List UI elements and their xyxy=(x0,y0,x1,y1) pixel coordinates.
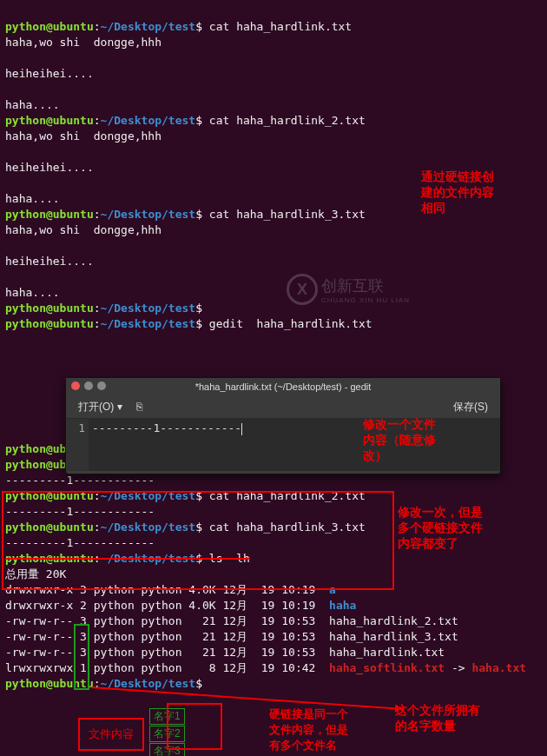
cmd: gedit haha_hardlink.txt xyxy=(209,317,372,330)
ls-row: drwxrwxr-x 3 python python 4.0K 12月 19 1… xyxy=(5,583,336,596)
annotation: 修改一个文件内容（随意修改） xyxy=(363,416,436,463)
new-tab-icon[interactable]: ⎘ xyxy=(129,399,149,414)
editor-content[interactable]: ---------1------------ xyxy=(89,419,500,471)
output-line: heiheihei.... xyxy=(5,161,94,174)
prompt: python@ubuntu:~/Desktop/test$ xyxy=(5,208,202,221)
diagram-cell: 名字3 xyxy=(149,743,185,756)
line-number: 1 xyxy=(66,419,89,471)
ls-row: lrwxrwxrwx 1 python python 8 12月 19 10:4… xyxy=(5,661,526,674)
diagram-cell: 名字1 xyxy=(149,708,185,725)
cmd: cat haha_hardlink_2.txt xyxy=(209,489,366,502)
gedit-toolbar: 打开(O) ▾ ⎘ 保存(S) xyxy=(66,395,500,419)
gedit-titlebar[interactable]: *haha_hardlink.txt (~/Desktop/test) - ge… xyxy=(66,378,500,395)
annotation: 这个文件所拥有的名字数量 xyxy=(395,702,480,733)
ls-row: -rw-rw-r-- 3 python python 21 12月 19 10:… xyxy=(5,646,445,659)
annotation: 硬链接是同一个文件内容，但是有多个文件名 xyxy=(269,706,348,753)
output-line: ---------1------------ xyxy=(5,474,155,487)
strikethrough-line: python@ubuntu:~/Desktop/test$ ls lh xyxy=(5,552,250,565)
ls-total: 总用量 20K xyxy=(5,567,66,580)
output-line: haha.... xyxy=(5,286,60,299)
gedit-title: *haha_hardlink.txt (~/Desktop/test) - ge… xyxy=(195,381,372,392)
save-button[interactable]: 保存(S) xyxy=(446,398,495,416)
prompt: python@ubuntu:~/Desktop/test$ xyxy=(5,302,202,315)
output-line: haha,wo shi dongge,hhh xyxy=(5,129,161,143)
prompt: python@ubuntu:~/Desktop/test$ xyxy=(5,20,202,33)
ls-row: -rw-rw-r-- 3 python python 21 12月 19 10:… xyxy=(5,614,458,627)
output-line: ---------1------------ xyxy=(5,505,155,518)
ls-row: drwxrwxr-x 2 python python 4.0K 12月 19 1… xyxy=(5,599,356,612)
annotation: 修改一次，但是多个硬链接文件内容都变了 xyxy=(398,504,483,551)
open-button[interactable]: 打开(O) ▾ xyxy=(71,398,129,416)
watermark-icon: X xyxy=(287,274,318,305)
output-line: haha,wo shi dongge,hhh xyxy=(5,36,161,49)
output-line: haha.... xyxy=(5,98,60,111)
annotation: 通过硬链接创建的文件内容相同 xyxy=(421,169,494,216)
output-line: ---------1------------ xyxy=(5,536,155,549)
output-line: haha,wo shi dongge,hhh xyxy=(5,223,161,236)
text-cursor-icon xyxy=(241,423,242,435)
ls-row: -rw-rw-r-- 3 python python 21 12月 19 10:… xyxy=(5,630,458,643)
diagram-cell: 名字2 xyxy=(149,726,185,742)
prompt: python@ubuntu:~/Desktop/test$ xyxy=(5,317,202,330)
cmd: cat haha_hardlink.txt xyxy=(209,20,352,33)
terminal: python@ubuntu:~/Desktop/test$ cat haha_h… xyxy=(0,0,547,695)
prompt: python@ubuntu:~/Desktop/test$ xyxy=(5,114,202,127)
close-icon[interactable] xyxy=(71,381,80,390)
cmd: cat haha_hardlink_3.txt xyxy=(209,521,366,534)
window-controls[interactable] xyxy=(71,381,106,390)
cmd: cat haha_hardlink_2.txt xyxy=(209,114,366,127)
output-line: heiheihei.... xyxy=(5,67,94,80)
diagram-box: 文件内容 xyxy=(78,718,144,751)
prompt: python@ubuntu:~/Desktop/test$ xyxy=(5,489,202,502)
output-line: haha.... xyxy=(5,192,60,205)
maximize-icon[interactable] xyxy=(97,381,106,390)
output-line: heiheihei.... xyxy=(5,255,94,268)
watermark: X 创新互联 CHUANG XIN HU LIAN xyxy=(287,274,410,305)
cmd: cat haha_hardlink_3.txt xyxy=(209,208,366,221)
prompt: python@ubuntu:~/Desktop/test$ xyxy=(5,521,202,534)
diagram: 文件内容 名字1 名字2 名字3 xyxy=(78,708,185,756)
minimize-icon[interactable] xyxy=(84,381,93,390)
